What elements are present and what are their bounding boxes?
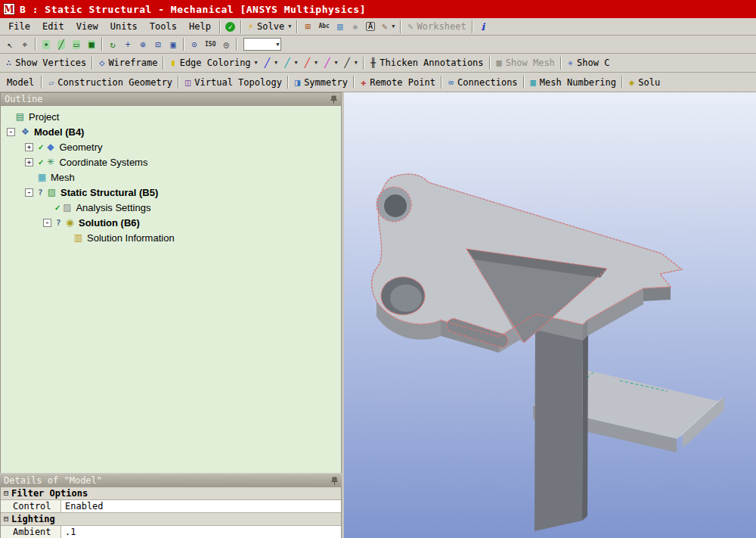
app-icon: M <box>3 3 15 15</box>
menu-file[interactable]: File ▼ <box>2 20 36 34</box>
check-icon: ✓ <box>38 158 44 166</box>
3d-viewport[interactable] <box>344 92 756 538</box>
remote-point-button[interactable]: ✚ Remote Point ▼ <box>357 75 438 89</box>
details-value[interactable]: .1 <box>61 526 341 538</box>
tree-item-analysis-settings[interactable]: ✓ ▨ Analysis Settings <box>1 200 341 215</box>
symmetry-button[interactable]: ◨ Symmetry ▼ <box>291 75 351 89</box>
zoom-icon[interactable]: ⊕ ▼ <box>135 37 150 51</box>
toolbar-icon: ↻ <box>109 40 116 49</box>
box-zoom-icon[interactable]: ⊡ ▼ <box>150 37 166 51</box>
dropdown-caret-icon: ▼ <box>392 23 395 30</box>
annotation-letter-icon[interactable]: A ▼ <box>363 20 378 34</box>
edge-direction-cyan-icon[interactable]: ╱ ▼ <box>280 56 300 70</box>
title-bar[interactable]: M B : Static Structural - Mechanical [AN… <box>0 0 756 18</box>
menu-edit[interactable]: Edit ▼ <box>36 20 70 34</box>
show-mesh-button[interactable]: ▦ Show Mesh ▼ <box>493 56 558 70</box>
status-ok-icon[interactable]: ✓ ▼ <box>223 20 238 34</box>
tree-item-coordinate-systems[interactable]: + ✓ ✳ Coordinate Systems <box>1 154 341 169</box>
toolbar-icon: ⚡ <box>247 22 254 31</box>
thicken-annotations-button[interactable]: ╫ Thicken Annotations ▼ <box>367 56 487 70</box>
category-collapse-icon[interactable]: ⊟ <box>1 487 11 499</box>
active-view-combo[interactable]: ▼ <box>243 38 281 51</box>
tree-item-geometry[interactable]: + ✓ ◆ Geometry <box>1 139 341 154</box>
tree-item-solution[interactable]: - ? ✓ ◉ Solution (B6) <box>1 215 341 230</box>
toolbar-icon: ∞ <box>448 78 454 87</box>
outline-panel: Outline ✓ ▤ Project <box>0 92 342 473</box>
chart-icon[interactable]: ▤ ▼ <box>333 20 348 34</box>
tree-expander[interactable]: - <box>43 219 51 227</box>
category-collapse-icon[interactable]: ⊟ <box>1 513 11 525</box>
toolbar-item: ▼ <box>296 20 298 33</box>
worksheet-button[interactable]: ✎ Worksheet ▼ <box>404 20 469 34</box>
dropdown-caret-icon: ▼ <box>294 60 297 66</box>
connections-button[interactable]: ∞ Connections ▼ <box>445 75 521 89</box>
edge-direction-black-icon[interactable]: ╱ ▼ <box>341 56 361 70</box>
look-at-icon[interactable]: ◎ ▼ <box>218 37 234 51</box>
edge-direction-red-icon[interactable]: ╱ ▼ <box>301 56 321 70</box>
pointer-mode-icon[interactable]: ↖ ▼ <box>2 37 17 51</box>
virtual-topology-button[interactable]: ◫ Virtual Topology ▼ <box>181 75 285 89</box>
tree-expander[interactable]: + <box>25 158 33 166</box>
edge-coloring-button[interactable]: ▮ Edge Coloring ▼ <box>166 56 260 70</box>
check-icon: ✓ <box>54 204 60 212</box>
details-panel-header[interactable]: Details of "Model" <box>0 474 342 487</box>
tree-item-mesh[interactable]: ✓ ▦ Mesh <box>1 169 341 185</box>
toolbar-item: ▼ <box>178 76 179 89</box>
solution-button[interactable]: ◈ Solu ▼ <box>625 75 663 89</box>
model-canvas <box>344 92 756 538</box>
menu-units[interactable]: Units ▼ <box>104 20 144 34</box>
tree-item-icon: ▤ <box>14 111 26 122</box>
toolbar-item: ▼ <box>560 57 562 70</box>
annotation-pen-icon[interactable]: ✎ ▼ <box>378 20 398 34</box>
pin-icon[interactable] <box>330 95 337 104</box>
pick-point-icon[interactable]: ⌖ ▼ <box>17 37 33 51</box>
rotate-icon[interactable]: ↻ ▼ <box>105 37 120 51</box>
tree-item-project[interactable]: ✓ ▤ Project <box>1 109 341 124</box>
state-question-icon: ? <box>38 188 45 197</box>
dropdown-caret-icon: ▼ <box>276 42 279 48</box>
tree-item-static-structural[interactable]: - ? ✓ ▧ Static Structural (B5) <box>1 185 341 200</box>
section-plane-icon[interactable]: ⊞ ▼ <box>300 20 315 34</box>
viewports-icon[interactable]: ❋ ▼ <box>348 20 363 34</box>
menu-view[interactable]: View ▼ <box>70 20 104 34</box>
solve-button[interactable]: ⚡ Solve ▼ <box>244 20 295 34</box>
menu-tools[interactable]: Tools ▼ <box>144 20 183 34</box>
select-edge-icon[interactable]: ╱ ▼ <box>54 37 69 51</box>
iso-view-icon[interactable]: ISO ▼ <box>202 37 218 51</box>
toolbar-icon: ❋ <box>352 22 358 31</box>
selection-information-icon[interactable]: i ▼ <box>476 20 491 34</box>
tree-item-icon: ▦ <box>36 172 48 182</box>
pin-icon[interactable] <box>331 477 338 485</box>
tree-item-model[interactable]: - ✓ ❖ Model (B4) <box>1 124 341 139</box>
dropdown-caret-icon: ▼ <box>355 60 358 66</box>
show-coordinate-systems-button[interactable]: ✳ Show C ▼ <box>564 56 613 70</box>
select-face-icon[interactable]: ▭ ▼ <box>69 37 84 51</box>
mesh-numbering-button[interactable]: ▦ Mesh Numbering ▼ <box>527 75 619 89</box>
details-panel: Details of "Model" ⊟ Filter Options ⊟ <box>0 473 342 538</box>
tree-expander[interactable]: - <box>7 128 15 136</box>
details-row-ambient: ⊟ Ambient .1 <box>1 526 341 538</box>
wireframe-button[interactable]: ◇ Wireframe ▼ <box>95 56 160 70</box>
toolbar-label: Remote Point <box>370 78 435 87</box>
fit-view-icon[interactable]: ▣ ▼ <box>166 37 181 51</box>
construction-geometry-button[interactable]: ▱ Construction Geometry ▼ <box>45 75 175 89</box>
pan-icon[interactable]: + ▼ <box>120 37 135 51</box>
tree-expander[interactable]: - <box>25 188 33 197</box>
abc-annotation-icon[interactable]: Abc ▼ <box>315 20 332 34</box>
show-vertices-button[interactable]: ∴ Show Vertices ▼ <box>2 56 89 70</box>
main-area: Outline ✓ ▤ Project <box>0 92 756 538</box>
details-value[interactable]: Enabled <box>61 500 341 512</box>
outline-panel-header[interactable]: Outline <box>1 93 341 106</box>
select-body-icon[interactable]: ■ ▼ <box>84 37 99 51</box>
tree-item-solution-information[interactable]: ✓ ▥ Solution Information <box>1 230 341 245</box>
details-panel-title: Details of "Model" <box>4 474 102 487</box>
menu-help[interactable]: Help ▼ <box>183 20 217 34</box>
select-vertex-icon[interactable]: ∙ ▼ <box>39 37 54 51</box>
toolbar-icon: ⊞ <box>305 22 311 31</box>
toolbar-icon: ✎ <box>381 22 388 31</box>
toolbar-item: ▼ <box>441 76 442 89</box>
tree-expander[interactable]: + <box>25 143 33 151</box>
edge-direction-magenta-icon[interactable]: ╱ ▼ <box>321 56 340 70</box>
magnifier-icon[interactable]: ⊙ ▼ <box>187 37 202 51</box>
edge-direction-blue-icon[interactable]: ╱ ▼ <box>261 56 280 70</box>
